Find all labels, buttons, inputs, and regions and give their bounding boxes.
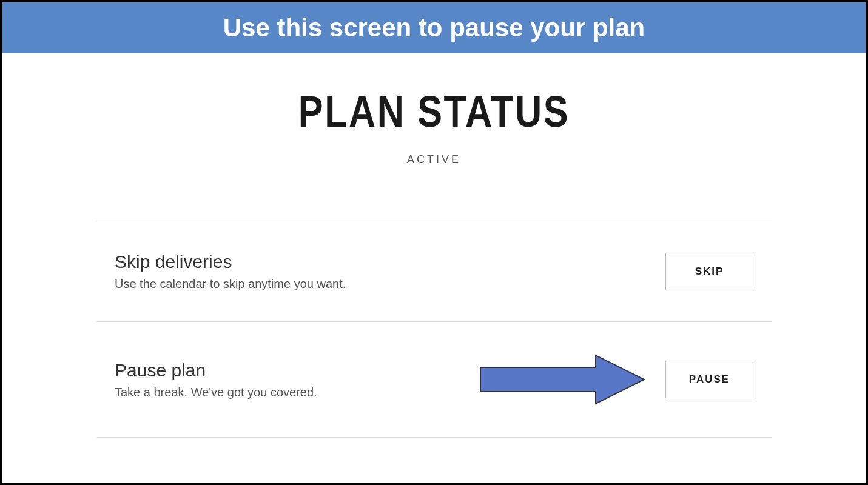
arrow-right-icon — [477, 352, 647, 407]
app-frame: Use this screen to pause your plan PLAN … — [0, 0, 868, 485]
skip-deliveries-row: Skip deliveries Use the calendar to skip… — [96, 221, 772, 321]
pause-button[interactable]: PAUSE — [665, 361, 753, 398]
page-title: PLAN STATUS — [67, 87, 801, 136]
instruction-banner: Use this screen to pause your plan — [2, 2, 866, 53]
skip-button[interactable]: SKIP — [665, 253, 753, 290]
action-rows: Skip deliveries Use the calendar to skip… — [96, 221, 772, 438]
skip-description: Use the calendar to skip anytime you wan… — [115, 277, 346, 291]
row-right: PAUSE — [477, 352, 753, 407]
skip-title: Skip deliveries — [115, 252, 346, 272]
plan-status-label: ACTIVE — [2, 153, 866, 166]
row-text: Pause plan Take a break. We've got you c… — [115, 360, 317, 400]
svg-marker-0 — [480, 355, 644, 404]
pause-plan-row: Pause plan Take a break. We've got you c… — [96, 321, 772, 438]
row-right: SKIP — [665, 253, 753, 290]
row-text: Skip deliveries Use the calendar to skip… — [115, 252, 346, 291]
pause-title: Pause plan — [115, 360, 317, 381]
main-content: PLAN STATUS ACTIVE Skip deliveries Use t… — [2, 53, 866, 483]
pause-description: Take a break. We've got you covered. — [115, 386, 317, 400]
